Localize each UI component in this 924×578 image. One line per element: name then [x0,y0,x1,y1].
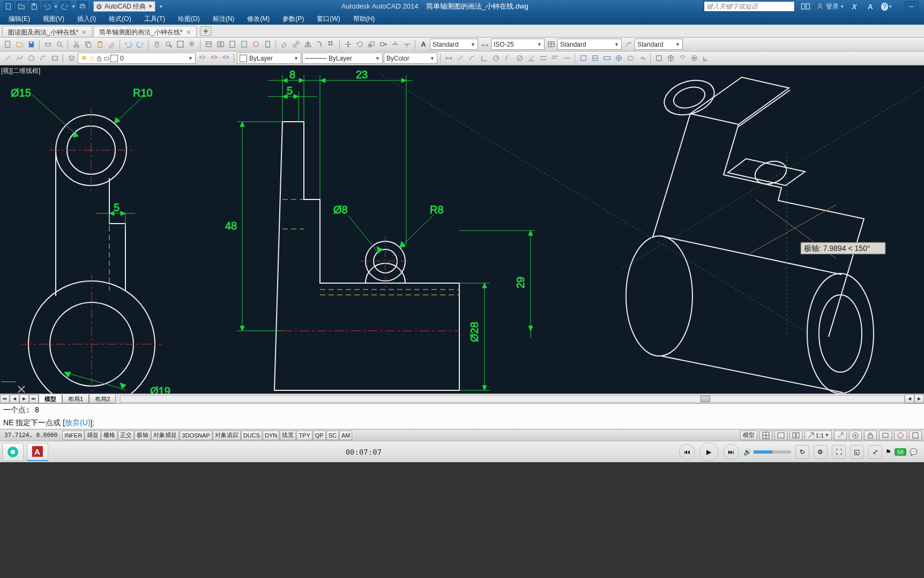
tool-trim-icon[interactable] [390,39,400,50]
toggle-am[interactable]: AM [339,431,353,440]
new-doc-button[interactable] [200,26,212,36]
volume-slider[interactable] [754,450,791,454]
toggle-qp[interactable]: QP [313,431,326,440]
media-pip-button[interactable]: ◱ [850,445,864,459]
layout-prev-icon[interactable]: ◀ [10,395,19,403]
tool-pan-icon[interactable] [151,39,162,50]
sb-lock-icon[interactable] [864,431,877,440]
command-prompt[interactable]: NE 指定下一点或 [ 放弃(U) ]: [0,417,429,429]
tool-preview-icon[interactable] [54,39,65,50]
sign-in-button[interactable]: 登录 ▾ [816,2,844,11]
redo-icon[interactable] [59,1,70,12]
undo-icon[interactable] [42,1,53,12]
viewport-label[interactable]: [视][二维线框] [1,66,40,76]
sb-model-button[interactable]: 模型 [740,431,757,440]
dim-jogline-icon[interactable] [637,53,647,64]
tool-designcenter-icon[interactable] [215,39,226,50]
doc-tab-2[interactable]: 简单轴测图的画法_小钟在线* ✕ [93,26,196,37]
menu-help[interactable]: 帮助(H) [348,13,381,25]
tray-flag-icon[interactable]: ⚑ [885,448,891,456]
scroll-left-icon[interactable]: ◀ [905,395,914,403]
search-input[interactable]: 键入关键字或短语 [704,1,795,12]
tool-copy-icon[interactable] [83,39,93,50]
text-style-dropdown[interactable]: Standard▼ [430,39,478,50]
infocenter-icon[interactable] [800,2,811,11]
new-icon[interactable] [3,1,14,12]
dim-space-icon[interactable] [578,53,588,64]
layer-dropdown[interactable]: 0 ▼ [78,53,196,64]
table-style-icon[interactable] [546,39,556,50]
sb-grid-icon[interactable] [759,431,772,440]
tool-line-icon[interactable] [2,53,13,64]
layout-tab-1[interactable]: 布局1 [62,395,89,403]
toggle-lwt[interactable]: 线宽 [280,431,296,440]
taskbar-app-autocad[interactable]: A [27,443,48,461]
menu-tools[interactable]: 工具(T) [139,13,170,25]
workspace-dropdown[interactable]: ⚙ AutoCAD 经典 ▼ [93,1,155,12]
save-icon[interactable] [29,1,40,12]
help-icon[interactable]: ? ▾ [881,2,892,11]
lineweight-dropdown[interactable]: ByColor▼ [384,53,437,64]
sb-isolate-icon[interactable] [894,431,907,440]
menu-dim[interactable]: 标注(N) [207,13,240,25]
layer-state-icon[interactable] [208,53,219,64]
scrollbar-thumb[interactable] [701,396,710,402]
close-icon[interactable]: ✕ [186,29,191,36]
print-icon[interactable] [77,1,88,12]
toggle-3dosnap[interactable]: 3DOSNAP [180,431,212,440]
dim-aligned-icon[interactable] [455,53,466,64]
taskbar-app-recorder[interactable] [2,443,24,461]
dim-radius-icon[interactable] [490,53,501,64]
media-settings-button[interactable]: ⚙ [814,445,828,459]
tool-scale-icon[interactable] [366,39,377,50]
media-next-button[interactable]: ⏭ [723,444,739,460]
view-iso-icon[interactable] [677,53,688,64]
tool-mirror-icon[interactable] [302,39,313,50]
sb-hardware-icon[interactable] [879,431,892,440]
toggle-snap[interactable]: 捕捉 [85,431,101,440]
dim-ord-icon[interactable] [479,53,489,64]
tool-cut-icon[interactable] [71,39,81,50]
tool-zoom-icon[interactable] [163,39,174,50]
dim-jog-icon[interactable] [502,53,513,64]
toggle-ducs[interactable]: DUCS [241,431,262,440]
media-wide-button[interactable]: ⛶ [832,445,846,459]
dim-arc-icon[interactable] [467,53,478,64]
layout-next-icon[interactable]: ▶ [19,395,29,403]
text-style-icon[interactable]: A [418,39,429,50]
exchange-a-icon[interactable]: A [865,2,876,11]
tool-rect-icon[interactable] [49,53,60,64]
exchange-x-icon[interactable]: X [849,2,860,11]
dim-break-icon[interactable] [590,53,600,64]
menu-format[interactable]: 格式(O) [103,13,136,25]
layer-manager-icon[interactable] [66,53,77,64]
tool-zoomwindow-icon[interactable] [175,39,185,50]
tool-sheet-icon[interactable] [239,39,249,50]
media-fullscreen-button[interactable]: ⤢ [868,445,882,459]
layout-tab-2[interactable]: 布局2 [89,395,116,403]
tray-bubble-icon[interactable]: 💬 [910,448,918,456]
sb-layout-icon[interactable] [774,431,787,440]
layout-first-icon[interactable]: ⏮ [0,395,10,403]
view-ucs-icon[interactable] [701,53,711,64]
menu-draw[interactable]: 绘图(D) [173,13,205,25]
dim-dia-icon[interactable] [514,53,525,64]
toggle-dyn[interactable]: DYN [263,431,279,440]
minimize-button[interactable]: ─ [905,1,919,12]
dim-ang-icon[interactable] [526,53,536,64]
dim-center-icon[interactable] [613,53,624,64]
close-icon[interactable]: ✕ [81,29,86,36]
tool-save-icon[interactable] [26,39,36,50]
tool-offset-icon[interactable] [314,39,325,50]
view-2d-icon[interactable] [653,53,664,64]
dim-style-dropdown[interactable]: ISO-25▼ [491,39,545,50]
tool-rotate-icon[interactable] [354,39,365,50]
volume-control[interactable]: 🔊 [743,448,791,456]
tool-stretch-icon[interactable] [378,39,389,50]
dim-linear-icon[interactable] [443,53,454,64]
linetype-dropdown[interactable]: ByLayer▼ [302,53,383,64]
dim-cont-icon[interactable] [561,53,572,64]
toggle-ortho[interactable]: 正交 [118,431,134,440]
tool-open-icon[interactable] [14,39,25,50]
coordinates[interactable]: 37.7124, 0.0000 [0,432,62,439]
